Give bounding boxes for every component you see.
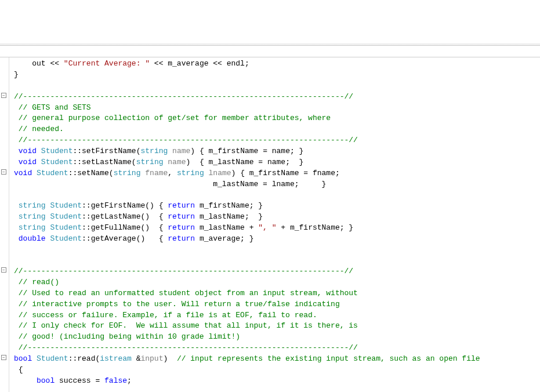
token-cmt: // Used to read an unformatted student o… xyxy=(19,289,358,297)
token-cmt: //--------------------------------------… xyxy=(19,136,358,144)
code-line[interactable]: // interactive prompts to the user. Will… xyxy=(14,299,540,310)
token-cmt: //--------------------------------------… xyxy=(14,92,353,101)
code-line[interactable]: bool success = false; xyxy=(14,376,540,387)
code-line[interactable]: //--------------------------------------… xyxy=(14,266,540,277)
token-cls: string xyxy=(19,201,46,210)
token-cmt: // I only check for EOF. We will assume … xyxy=(19,321,358,330)
token-str: "Current Average: " xyxy=(64,59,150,68)
token-param: lname xyxy=(209,169,231,177)
code-line[interactable]: // needed. xyxy=(14,124,540,135)
token-cmt: //--------------------------------------… xyxy=(14,267,353,275)
token-cmt: // input represents the existing input s… xyxy=(177,354,480,363)
token-cls: Student xyxy=(50,234,82,243)
code-line[interactable]: // success or failure. Example, if a fil… xyxy=(14,310,540,321)
fold-toggle-icon[interactable]: − xyxy=(1,267,6,273)
token-kw: false xyxy=(104,376,127,385)
token-kw: bool xyxy=(14,354,32,363)
code-line[interactable] xyxy=(14,245,540,256)
code-line[interactable] xyxy=(14,255,540,266)
code-line[interactable]: void Student::setFirstName(string name) … xyxy=(14,146,540,157)
fold-toggle-icon[interactable]: − xyxy=(1,93,6,98)
token-kw: void xyxy=(19,158,37,166)
editor-top-border xyxy=(0,43,540,46)
code-line[interactable]: //--------------------------------------… xyxy=(14,92,540,103)
token-kw: void xyxy=(14,169,32,177)
token-cls: string xyxy=(19,212,46,221)
code-line[interactable]: // good! (including being within 10 grad… xyxy=(14,332,540,343)
code-line[interactable]: double Student::getAverage() { return m_… xyxy=(14,234,540,245)
token-kw: return xyxy=(168,212,195,221)
token-param: name xyxy=(172,147,190,155)
token-cls: istream xyxy=(100,354,132,363)
token-kw: return xyxy=(168,223,195,232)
code-line[interactable]: // read() xyxy=(14,277,540,288)
token-cmt: // needed. xyxy=(19,125,64,133)
code-line[interactable]: string Student::getFirstName() { return … xyxy=(14,201,540,212)
token-cls: Student xyxy=(41,147,73,155)
token-param: name xyxy=(168,158,186,166)
code-line[interactable]: // GETS and SETS xyxy=(14,103,540,114)
code-line[interactable]: bool Student::read(istream &input) // in… xyxy=(14,354,540,365)
token-cmt: // success or failure. Example, if a fil… xyxy=(19,311,317,320)
token-str: ", " xyxy=(258,223,276,232)
code-line[interactable] xyxy=(14,387,540,392)
code-line[interactable]: { xyxy=(14,365,540,376)
token-cmt: // good! (including being within 10 grad… xyxy=(19,332,240,341)
code-line[interactable]: } xyxy=(14,70,540,81)
code-line[interactable]: void Student::setLastName(string name) {… xyxy=(14,157,540,168)
token-cmt: // read() xyxy=(19,278,59,286)
token-kw: return xyxy=(168,201,195,210)
fold-toggle-icon[interactable]: − xyxy=(1,169,6,175)
code-line[interactable] xyxy=(14,190,540,201)
code-line[interactable]: // Used to read an unformatted student o… xyxy=(14,288,540,299)
code-line[interactable]: string Student::getLastName() { return m… xyxy=(14,212,540,223)
token-cls: Student xyxy=(50,212,82,221)
token-cls: string xyxy=(140,147,168,155)
token-cls: string xyxy=(114,169,141,177)
fold-toggle-icon[interactable]: − xyxy=(1,355,6,360)
code-line[interactable]: string Student::getFullName() { return m… xyxy=(14,223,540,234)
token-kw: void xyxy=(19,147,37,155)
token-kw: bool xyxy=(37,376,55,385)
code-line[interactable]: //--------------------------------------… xyxy=(14,135,540,146)
token-cmt: // GETS and SETS xyxy=(19,103,91,112)
token-cls: string xyxy=(177,169,204,177)
code-line[interactable]: void Student::setName(string fname, stri… xyxy=(14,168,540,179)
token-param: input xyxy=(140,354,163,363)
token-cmt: // general purpose collection of get/set… xyxy=(19,114,331,122)
code-line[interactable]: out << "Current Average: " << m_average … xyxy=(14,59,540,70)
code-line[interactable]: m_lastName = lname; } xyxy=(14,179,540,190)
code-line[interactable]: // I only check for EOF. We will assume … xyxy=(14,321,540,332)
token-cls: Student xyxy=(37,354,68,363)
token-cls: Student xyxy=(37,169,68,177)
token-cls: Student xyxy=(50,201,82,210)
token-kw: return xyxy=(168,234,195,243)
code-line[interactable]: // general purpose collection of get/set… xyxy=(14,113,540,124)
code-line[interactable]: //--------------------------------------… xyxy=(14,343,540,354)
code-editor: −−−−− out << "Current Average: " << m_av… xyxy=(0,57,540,392)
token-cls: Student xyxy=(50,223,82,232)
token-cmt: // interactive prompts to the user. Will… xyxy=(19,300,340,308)
code-area[interactable]: out << "Current Average: " << m_average … xyxy=(9,57,540,392)
token-param: fname xyxy=(145,169,168,177)
code-line[interactable] xyxy=(14,81,540,92)
token-cmt: //--------------------------------------… xyxy=(19,343,358,352)
token-cls: Student xyxy=(41,158,73,166)
token-kw: double xyxy=(19,234,46,243)
token-cls: string xyxy=(19,223,46,232)
fold-gutter[interactable]: −−−−− xyxy=(0,57,9,392)
token-cls: string xyxy=(136,158,164,166)
